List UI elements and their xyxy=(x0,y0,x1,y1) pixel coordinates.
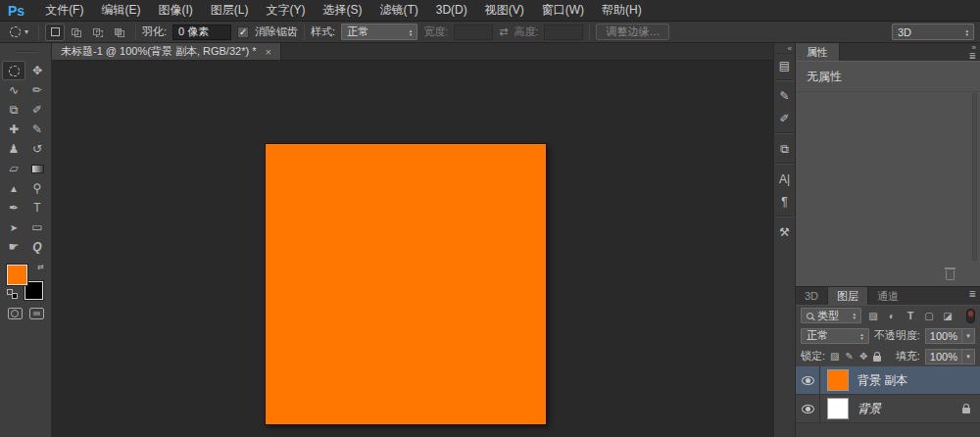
workspace-switcher[interactable]: 3D ▴▾ xyxy=(892,24,974,40)
dock-collapse-header[interactable]: « xyxy=(774,43,795,54)
tool-blur[interactable]: ▲ xyxy=(2,178,25,198)
tool-type[interactable]: T xyxy=(25,198,49,218)
eye-icon[interactable] xyxy=(802,405,814,413)
subtract-from-selection-button[interactable] xyxy=(88,24,108,41)
visibility-cell[interactable] xyxy=(796,395,820,422)
fill-value[interactable]: 100% xyxy=(925,349,962,364)
tool-pen[interactable]: ✒ xyxy=(2,198,25,218)
scrollbar[interactable] xyxy=(972,93,977,261)
tool-ellipse-marquee[interactable] xyxy=(2,61,25,80)
menu-window[interactable]: 窗口(W) xyxy=(533,0,593,21)
opacity-value[interactable]: 100% xyxy=(925,328,962,344)
lock-all-icon[interactable] xyxy=(873,356,881,362)
filter-adjustment-layers-icon[interactable]: ◐ xyxy=(885,311,899,321)
tool-brush[interactable]: ✎ xyxy=(25,120,49,139)
chevron-down-icon[interactable]: ▾ xyxy=(962,328,975,344)
foreground-color-swatch[interactable] xyxy=(7,265,27,285)
tab-channels[interactable]: 通道 xyxy=(868,287,907,305)
panel-menu-icon[interactable]: ≣ xyxy=(968,287,980,305)
fill-control[interactable]: 100% ▾ xyxy=(925,349,975,364)
eye-icon[interactable] xyxy=(802,376,814,385)
lock-position-icon[interactable]: ✥ xyxy=(859,351,867,362)
tool-clone-stamp[interactable]: ♟ xyxy=(2,139,25,159)
new-selection-button[interactable] xyxy=(45,24,65,41)
visibility-cell[interactable] xyxy=(796,366,820,394)
paragraph-panel-icon[interactable]: ¶ xyxy=(774,191,795,212)
layer-name[interactable]: 背景 副本 xyxy=(858,372,907,389)
tool-preset-picker[interactable]: ▾ xyxy=(6,24,32,41)
chevron-down-icon[interactable]: ▾ xyxy=(962,349,975,364)
tool-dodge[interactable]: ⚲ xyxy=(25,178,49,198)
menu-edit[interactable]: 编辑(E) xyxy=(92,0,149,21)
document-tab[interactable]: 未标题-1 @ 100%(背景 副本, RGB/32*) * × xyxy=(52,43,281,60)
tool-history-brush[interactable]: ↺ xyxy=(25,139,49,159)
tool-presets-panel-icon[interactable]: ⚒ xyxy=(774,221,795,242)
panel-grip[interactable] xyxy=(16,51,35,53)
filter-smart-objects-icon[interactable]: ◪ xyxy=(941,311,955,321)
filter-shape-layers-icon[interactable]: ▢ xyxy=(922,311,936,321)
filter-type-layers-icon[interactable]: T xyxy=(904,310,917,321)
add-to-selection-button[interactable] xyxy=(67,24,86,41)
tool-crop[interactable]: ⧉ xyxy=(2,100,25,120)
canvas-pasteboard[interactable] xyxy=(52,61,773,437)
opacity-control[interactable]: 100% ▾ xyxy=(925,328,975,344)
tool-eraser[interactable]: ▱ xyxy=(2,159,25,178)
brush-panel-icon[interactable]: ✎ xyxy=(774,85,795,106)
tool-move[interactable]: ✥ xyxy=(25,61,49,80)
layer-row-background[interactable]: 背景 xyxy=(796,395,980,423)
expand-dock-icon[interactable]: « xyxy=(788,44,792,53)
filter-pixel-layers-icon[interactable]: ▨ xyxy=(866,311,880,321)
menu-select[interactable]: 选择(S) xyxy=(314,0,370,21)
layer-row-background-copy[interactable]: 背景 副本 xyxy=(796,366,980,395)
swap-colors-icon[interactable]: ⇄ xyxy=(37,263,44,271)
trash-icon[interactable] xyxy=(946,270,955,280)
menu-type[interactable]: 文字(Y) xyxy=(257,0,314,21)
blend-mode-select[interactable]: 正常 ▴▾ xyxy=(801,328,869,344)
character-panel-icon[interactable]: A| xyxy=(774,169,795,189)
filtering-toggle[interactable] xyxy=(966,309,975,323)
layer-thumbnail[interactable] xyxy=(827,369,849,391)
brush-presets-panel-icon[interactable]: ▤ xyxy=(774,55,795,75)
tool-rectangle[interactable]: ▭ xyxy=(25,218,49,237)
feather-input[interactable]: 0 像素 xyxy=(172,24,231,40)
menu-image[interactable]: 图像(I) xyxy=(149,0,201,21)
height-input[interactable] xyxy=(544,24,583,40)
tool-hand[interactable]: ☛ xyxy=(2,237,25,257)
width-input[interactable] xyxy=(454,24,493,40)
tool-lasso[interactable]: ∿ xyxy=(2,80,25,100)
antialias-label[interactable]: 消除锯齿 xyxy=(255,24,298,39)
tool-quick-selection[interactable]: ✏ xyxy=(25,80,49,100)
antialias-checkbox[interactable]: ✓ xyxy=(237,26,249,38)
tool-path-selection[interactable]: ➤ xyxy=(2,218,25,237)
screen-mode-button[interactable] xyxy=(29,308,44,319)
menu-filter[interactable]: 滤镜(T) xyxy=(370,0,426,21)
tab-properties[interactable]: 属性 xyxy=(796,43,840,61)
quick-mask-button[interactable] xyxy=(8,308,23,319)
close-icon[interactable]: × xyxy=(265,46,270,58)
tab-3d[interactable]: 3D xyxy=(796,287,827,305)
panel-menu-icon[interactable]: ≣ xyxy=(968,52,976,60)
default-colors-icon[interactable] xyxy=(7,289,18,299)
lock-transparency-icon[interactable]: ▨ xyxy=(830,351,839,362)
layer-comps-panel-icon[interactable]: ⧉ xyxy=(774,138,795,159)
filter-kind-select[interactable]: 类型 ▴▾ xyxy=(801,308,861,323)
tool-zoom[interactable]: Q xyxy=(25,237,49,257)
menu-3d[interactable]: 3D(D) xyxy=(427,0,476,21)
style-select[interactable]: 正常 ▴▾ xyxy=(341,24,417,40)
layer-name[interactable]: 背景 xyxy=(858,401,881,417)
layer-thumbnail[interactable] xyxy=(827,398,849,419)
tool-eyedropper[interactable]: ✐ xyxy=(25,100,49,120)
intersect-selection-button[interactable] xyxy=(110,24,129,41)
lock-pixels-icon[interactable]: ✎ xyxy=(846,351,854,362)
tool-gradient[interactable] xyxy=(25,159,49,178)
swap-width-height-icon[interactable]: ⇄ xyxy=(499,25,508,38)
menu-view[interactable]: 视图(V) xyxy=(476,0,533,21)
canvas-artwork[interactable] xyxy=(265,143,547,425)
tool-spot-healing[interactable]: ✚ xyxy=(2,120,25,139)
collapse-panels-icon[interactable]: » xyxy=(972,44,976,51)
menu-help[interactable]: 帮助(H) xyxy=(593,0,651,21)
clone-source-panel-icon[interactable]: ✐ xyxy=(774,108,795,128)
menu-file[interactable]: 文件(F) xyxy=(36,0,92,21)
tab-layers[interactable]: 图层 xyxy=(827,287,868,305)
refine-edge-button[interactable]: 调整边缘… xyxy=(596,24,669,40)
